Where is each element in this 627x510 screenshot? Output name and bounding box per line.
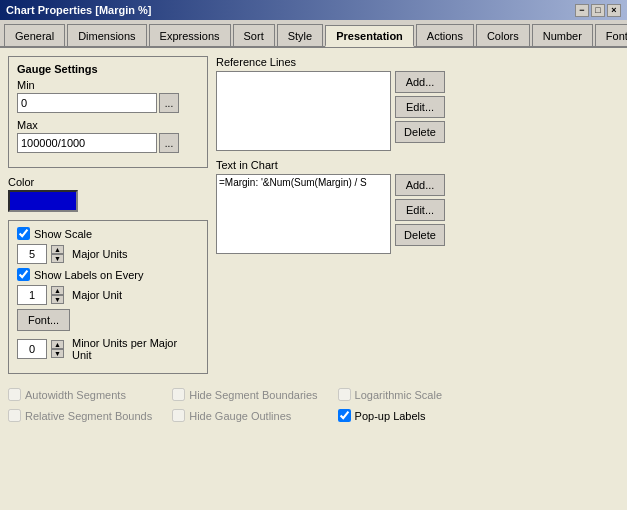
hide-gauge-checkbox[interactable] <box>172 409 185 422</box>
major-unit-label: Major Unit <box>72 289 122 301</box>
main-layout: Gauge Settings Min ... Max ... Color <box>8 56 619 382</box>
text-in-chart-row: =Margin: '&Num(Sum(Margin) / S Add... Ed… <box>216 174 619 254</box>
bottom-options-row: Autowidth Segments Relative Segment Boun… <box>8 388 619 426</box>
tab-sort[interactable]: Sort <box>233 24 275 46</box>
scale-section: Show Scale ▲ ▼ Major Units Show Labels o… <box>8 220 208 374</box>
tab-font[interactable]: Font <box>595 24 627 46</box>
show-scale-row: Show Scale <box>17 227 199 240</box>
major-unit-up[interactable]: ▲ <box>51 286 64 295</box>
max-row: ... <box>17 133 199 153</box>
bottom-col-2: Hide Segment Boundaries Hide Gauge Outli… <box>172 388 317 426</box>
show-scale-label: Show Scale <box>34 228 92 240</box>
major-units-spinners: ▲ ▼ <box>51 245 64 263</box>
major-units-label: Major Units <box>72 248 128 260</box>
relative-segment-row: Relative Segment Bounds <box>8 409 152 422</box>
autowidth-label: Autowidth Segments <box>25 389 126 401</box>
left-column: Gauge Settings Min ... Max ... Color <box>8 56 208 382</box>
logarithmic-row: Logarithmic Scale <box>338 388 442 401</box>
tab-colors[interactable]: Colors <box>476 24 530 46</box>
color-section: Color <box>8 176 208 212</box>
show-labels-row: Show Labels on Every <box>17 268 199 281</box>
relative-segment-checkbox[interactable] <box>8 409 21 422</box>
gauge-settings-section: Gauge Settings Min ... Max ... <box>8 56 208 168</box>
minor-units-label: Minor Units per Major Unit <box>72 337 199 361</box>
hide-gauge-label: Hide Gauge Outlines <box>189 410 291 422</box>
text-delete-button[interactable]: Delete <box>395 224 445 246</box>
gauge-settings-label: Gauge Settings <box>17 63 199 75</box>
minor-units-input[interactable] <box>17 339 47 359</box>
tab-style[interactable]: Style <box>277 24 323 46</box>
min-input[interactable] <box>17 93 157 113</box>
relative-segment-label: Relative Segment Bounds <box>25 410 152 422</box>
minor-units-down[interactable]: ▼ <box>51 349 64 358</box>
bottom-col-3: Logarithmic Scale Pop-up Labels <box>338 388 442 426</box>
title-text: Chart Properties [Margin %] <box>6 4 151 16</box>
hide-gauge-row: Hide Gauge Outlines <box>172 409 317 422</box>
font-btn-row: Font... <box>17 309 199 331</box>
text-edit-button[interactable]: Edit... <box>395 199 445 221</box>
major-units-up[interactable]: ▲ <box>51 245 64 254</box>
bottom-col-1: Autowidth Segments Relative Segment Boun… <box>8 388 152 426</box>
tab-presentation[interactable]: Presentation <box>325 25 414 47</box>
reference-lines-buttons: Add... Edit... Delete <box>395 71 445 143</box>
tab-actions[interactable]: Actions <box>416 24 474 46</box>
minimize-button[interactable]: − <box>575 4 589 17</box>
title-bar: Chart Properties [Margin %] − □ × <box>0 0 627 20</box>
show-labels-checkbox[interactable] <box>17 268 30 281</box>
hide-segment-checkbox[interactable] <box>172 388 185 401</box>
tab-number[interactable]: Number <box>532 24 593 46</box>
color-picker[interactable] <box>8 190 78 212</box>
font-button[interactable]: Font... <box>17 309 70 331</box>
ref-add-button[interactable]: Add... <box>395 71 445 93</box>
autowidth-row: Autowidth Segments <box>8 388 152 401</box>
major-unit-input[interactable] <box>17 285 47 305</box>
ref-edit-button[interactable]: Edit... <box>395 96 445 118</box>
hide-segment-row: Hide Segment Boundaries <box>172 388 317 401</box>
text-in-chart-label: Text in Chart <box>216 159 619 171</box>
max-ellipsis-button[interactable]: ... <box>159 133 179 153</box>
maximize-button[interactable]: □ <box>591 4 605 17</box>
color-label: Color <box>8 176 208 188</box>
minor-units-row: ▲ ▼ Minor Units per Major Unit <box>17 337 199 361</box>
major-unit-down[interactable]: ▼ <box>51 295 64 304</box>
show-labels-label: Show Labels on Every <box>34 269 143 281</box>
autowidth-checkbox[interactable] <box>8 388 21 401</box>
reference-lines-list <box>216 71 391 151</box>
text-in-chart-content: =Margin: '&Num(Sum(Margin) / S <box>216 174 391 254</box>
reference-lines-label: Reference Lines <box>216 56 619 68</box>
popup-labels-label: Pop-up Labels <box>355 410 426 422</box>
hide-segment-label: Hide Segment Boundaries <box>189 389 317 401</box>
minor-units-spinners: ▲ ▼ <box>51 340 64 358</box>
tab-expressions[interactable]: Expressions <box>149 24 231 46</box>
min-label: Min <box>17 79 199 91</box>
popup-labels-checkbox[interactable] <box>338 409 351 422</box>
min-ellipsis-button[interactable]: ... <box>159 93 179 113</box>
min-row: ... <box>17 93 199 113</box>
major-units-down[interactable]: ▼ <box>51 254 64 263</box>
text-add-button[interactable]: Add... <box>395 174 445 196</box>
text-in-chart-buttons: Add... Edit... Delete <box>395 174 445 246</box>
content-area: Gauge Settings Min ... Max ... Color <box>0 48 627 510</box>
logarithmic-checkbox[interactable] <box>338 388 351 401</box>
right-column: Reference Lines Add... Edit... Delete Te… <box>216 56 619 382</box>
max-label: Max <box>17 119 199 131</box>
major-units-input[interactable] <box>17 244 47 264</box>
reference-lines-section: Reference Lines Add... Edit... Delete <box>216 56 619 151</box>
text-in-chart-section: Text in Chart =Margin: '&Num(Sum(Margin)… <box>216 159 619 254</box>
tab-bar: General Dimensions Expressions Sort Styl… <box>0 20 627 48</box>
major-unit-row: ▲ ▼ Major Unit <box>17 285 199 305</box>
close-button[interactable]: × <box>607 4 621 17</box>
major-units-row: ▲ ▼ Major Units <box>17 244 199 264</box>
reference-lines-row: Add... Edit... Delete <box>216 71 619 151</box>
tab-general[interactable]: General <box>4 24 65 46</box>
major-unit-spinners: ▲ ▼ <box>51 286 64 304</box>
tab-dimensions[interactable]: Dimensions <box>67 24 146 46</box>
logarithmic-label: Logarithmic Scale <box>355 389 442 401</box>
title-controls: − □ × <box>575 4 621 17</box>
minor-units-up[interactable]: ▲ <box>51 340 64 349</box>
popup-labels-row: Pop-up Labels <box>338 409 442 422</box>
ref-delete-button[interactable]: Delete <box>395 121 445 143</box>
show-scale-checkbox[interactable] <box>17 227 30 240</box>
max-input[interactable] <box>17 133 157 153</box>
